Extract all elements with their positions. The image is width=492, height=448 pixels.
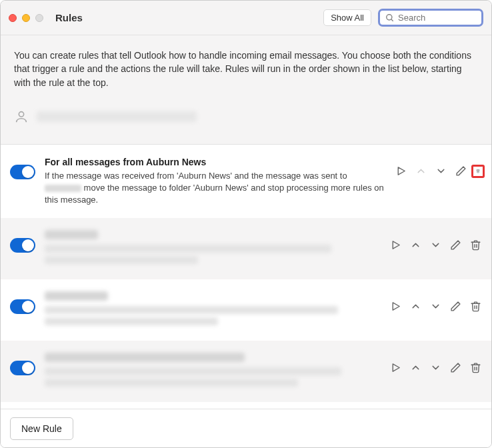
chevron-down-icon (435, 165, 447, 177)
minimize-window-button[interactable] (22, 14, 30, 22)
trash-icon (470, 362, 481, 373)
rule-actions (394, 165, 482, 178)
window-title: Rules (55, 12, 83, 23)
move-up-button (414, 165, 427, 178)
chevron-up-icon (410, 301, 421, 312)
rule-title-redacted (45, 291, 108, 301)
chevron-up-icon (410, 362, 421, 373)
svg-point-0 (387, 14, 392, 19)
trash-icon (470, 301, 481, 312)
svg-line-1 (391, 19, 393, 21)
rule-desc-redacted (45, 317, 218, 325)
run-icon (390, 239, 401, 251)
close-window-button[interactable] (9, 14, 17, 22)
rule-actions (389, 238, 482, 251)
rule-description: If the message was received from 'Auburn… (45, 170, 385, 207)
run-icon (395, 165, 407, 177)
svg-marker-5 (393, 303, 399, 310)
rule-recipient-redacted (45, 185, 81, 192)
move-up-button[interactable] (409, 361, 422, 374)
move-down-button[interactable] (429, 361, 442, 374)
chevron-up-icon (410, 239, 421, 251)
svg-marker-6 (393, 364, 399, 371)
rule-toggle[interactable] (10, 165, 35, 179)
run-rule-button[interactable] (389, 361, 402, 374)
rule-row: For all messages from Auburn NewsIf the … (1, 145, 491, 219)
titlebar: Rules Show All (1, 1, 491, 35)
account-email-redacted (37, 111, 197, 122)
rule-text: For all messages from Auburn NewsIf the … (45, 157, 385, 207)
run-icon (390, 362, 401, 373)
rule-row (1, 218, 491, 279)
move-up-button[interactable] (409, 238, 422, 251)
rule-desc-suffix: move the message to folder 'Auburn News'… (45, 183, 384, 205)
edit-rule-button[interactable] (454, 165, 467, 178)
delete-rule-button[interactable] (469, 238, 482, 251)
edit-rule-button[interactable] (449, 238, 462, 251)
move-down-button[interactable] (434, 165, 447, 178)
rule-desc-prefix: If the message was received from 'Auburn… (45, 171, 347, 181)
pencil-icon (450, 239, 461, 251)
pencil-icon (455, 165, 467, 177)
rule-toggle[interactable] (10, 299, 35, 314)
run-rule-button[interactable] (389, 299, 402, 313)
run-rule-button[interactable] (389, 238, 402, 251)
rule-desc-redacted (45, 306, 338, 314)
search-icon (385, 13, 395, 23)
new-rule-button[interactable]: New Rule (10, 417, 73, 440)
show-all-button[interactable]: Show All (323, 9, 371, 26)
edit-rule-button[interactable] (449, 361, 462, 374)
rule-desc-redacted (45, 256, 198, 264)
footer: New Rule (1, 409, 491, 447)
rule-title-redacted (45, 353, 245, 362)
delete-rule-button[interactable] (469, 299, 482, 313)
person-icon (14, 109, 29, 124)
rule-desc-redacted (45, 379, 298, 387)
svg-marker-3 (398, 167, 405, 175)
window-controls (9, 14, 43, 22)
rule-text (45, 353, 379, 390)
rule-row (1, 341, 491, 402)
move-down-button[interactable] (429, 299, 442, 313)
description-panel: You can create rules that tell Outlook h… (1, 35, 491, 145)
pencil-icon (450, 301, 461, 312)
move-down-button[interactable] (429, 238, 442, 251)
delete-rule-button[interactable] (469, 361, 482, 374)
edit-rule-button[interactable] (449, 299, 462, 313)
pencil-icon (450, 362, 461, 373)
delete-rule-button[interactable] (471, 165, 485, 178)
rule-toggle[interactable] (10, 361, 35, 375)
rules-description: You can create rules that tell Outlook h… (14, 49, 478, 89)
rule-desc-redacted (45, 245, 331, 253)
rules-list[interactable]: For all messages from Auburn NewsIf the … (1, 145, 491, 411)
rule-actions (389, 299, 482, 313)
rule-desc-redacted (45, 367, 341, 375)
rule-text (45, 230, 379, 267)
rule-title: For all messages from Auburn News (45, 157, 385, 167)
chevron-down-icon (430, 239, 441, 251)
zoom-window-button[interactable] (35, 14, 43, 22)
search-field-wrap[interactable] (378, 9, 483, 27)
svg-point-2 (19, 112, 23, 117)
chevron-down-icon (430, 301, 441, 312)
run-icon (390, 301, 401, 312)
chevron-down-icon (430, 362, 441, 373)
rule-actions (389, 361, 482, 374)
rule-row (1, 279, 491, 341)
trash-icon (470, 239, 481, 251)
move-up-button[interactable] (409, 299, 422, 313)
rule-title-redacted (45, 230, 98, 239)
account-row (14, 109, 478, 124)
chevron-up-icon (415, 165, 427, 177)
svg-marker-4 (393, 241, 399, 249)
search-input[interactable] (398, 13, 476, 23)
rule-text (45, 291, 379, 329)
rule-toggle[interactable] (10, 238, 35, 253)
run-rule-button[interactable] (394, 165, 407, 178)
trash-icon (476, 165, 480, 177)
